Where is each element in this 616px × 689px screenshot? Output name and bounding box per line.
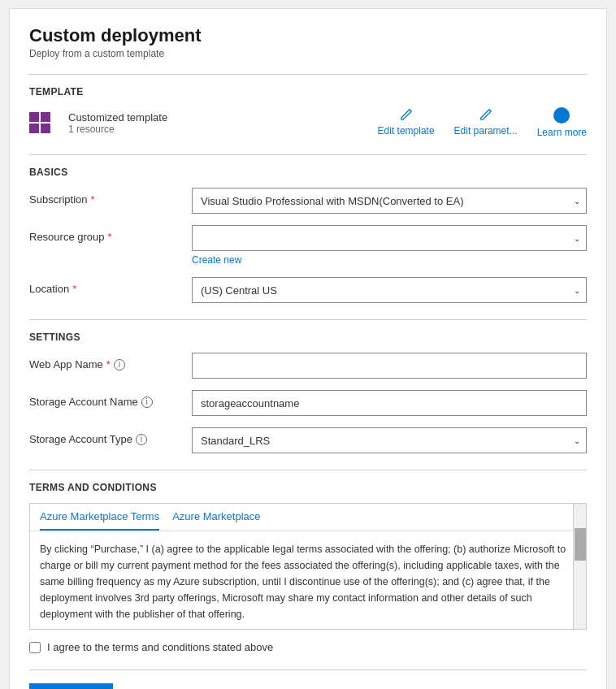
edit-params-label: Edit paramet...	[454, 125, 518, 136]
location-required-star: *	[72, 283, 76, 295]
edit-params-button[interactable]: Edit paramet...	[454, 107, 518, 138]
pencil-icon	[399, 107, 414, 122]
storage-account-name-field	[192, 390, 587, 416]
footer-divider	[29, 670, 587, 670]
edit-template-label: Edit template	[378, 125, 435, 136]
storage-account-type-select-wrapper: Standard_LRS ⌄	[192, 427, 587, 453]
template-divider	[29, 74, 587, 75]
storage-account-name-row: Storage Account Name i	[29, 390, 587, 416]
learn-more-button[interactable]: i Learn more	[537, 107, 587, 138]
location-select-wrapper: (US) Central US ⌄	[192, 277, 587, 303]
resource-group-select[interactable]	[192, 225, 587, 251]
terms-section-label: TERMS AND CONDITIONS	[29, 482, 587, 493]
template-icon-grid	[29, 112, 50, 133]
location-field: (US) Central US ⌄	[192, 277, 587, 303]
resource-group-select-wrapper: ⌄	[192, 225, 587, 251]
template-actions: Edit template Edit paramet... i Learn mo…	[378, 107, 587, 138]
icon-cell-1	[29, 112, 39, 122]
template-section-label: TEMPLATE	[29, 86, 587, 98]
storage-account-name-input[interactable]	[192, 390, 587, 416]
agree-checkbox-label: I agree to the terms and conditions stat…	[47, 641, 273, 653]
main-panel: Custom deployment Deploy from a custom t…	[9, 8, 607, 689]
learn-more-label: Learn more	[537, 127, 587, 138]
location-row: Location * (US) Central US ⌄	[29, 277, 587, 303]
location-label: Location *	[29, 277, 192, 295]
basics-section: BASICS Subscription * Visual Studio Prof…	[29, 167, 587, 303]
web-app-info-icon[interactable]: i	[114, 359, 125, 370]
storage-account-type-row: Storage Account Type i Standard_LRS ⌄	[29, 427, 587, 453]
web-app-name-label: Web App Name * i	[29, 353, 192, 370]
web-app-required-star: *	[106, 358, 111, 370]
storage-account-type-select[interactable]: Standard_LRS	[192, 427, 587, 453]
agree-checkbox[interactable]	[29, 642, 41, 653]
subscription-field: Visual Studio Professional with MSDN(Con…	[192, 188, 587, 214]
resource-group-label: Resource group *	[29, 225, 192, 243]
purchase-button[interactable]: Purchase	[29, 683, 113, 689]
web-app-name-input[interactable]	[192, 353, 587, 379]
terms-section: TERMS AND CONDITIONS Azure Marketplace T…	[29, 482, 587, 653]
edit-params-pencil-icon	[479, 107, 493, 122]
edit-template-button[interactable]: Edit template	[378, 107, 435, 138]
template-row: Customized template 1 resource Edit temp…	[29, 107, 587, 138]
scrollbar-thumb	[575, 528, 586, 561]
resource-group-required-star: *	[108, 231, 112, 243]
settings-divider	[29, 319, 587, 320]
basics-divider	[29, 154, 587, 155]
page-subtitle: Deploy from a custom template	[29, 48, 587, 59]
storage-account-type-info-icon[interactable]: i	[136, 434, 147, 445]
web-app-name-field	[192, 353, 587, 379]
template-resources: 1 resource	[68, 124, 365, 135]
storage-account-name-label: Storage Account Name i	[29, 390, 192, 408]
terms-divider	[29, 470, 587, 470]
template-name: Customized template	[68, 111, 365, 124]
terms-tab-marketplace[interactable]: Azure Marketplace	[172, 510, 260, 531]
resource-group-field: ⌄ Create new	[192, 225, 587, 266]
create-new-link[interactable]: Create new	[192, 254, 587, 266]
terms-text: By clicking “Purchase,” I (a) agree to t…	[40, 544, 566, 620]
storage-account-name-info-icon[interactable]: i	[141, 396, 153, 408]
subscription-row: Subscription * Visual Studio Professiona…	[29, 188, 587, 214]
icon-cell-2	[41, 112, 50, 122]
location-select[interactable]: (US) Central US	[192, 277, 587, 303]
subscription-select[interactable]: Visual Studio Professional with MSDN(Con…	[192, 188, 587, 214]
template-info: Customized template 1 resource	[68, 111, 365, 135]
page-title: Custom deployment	[29, 25, 587, 46]
storage-account-type-label: Storage Account Type i	[29, 427, 192, 445]
settings-section: SETTINGS Web App Name * i Storage Accoun…	[29, 332, 587, 453]
terms-content: By clicking “Purchase,” I (a) agree to t…	[30, 531, 586, 629]
terms-tabs: Azure Marketplace Terms Azure Marketplac…	[30, 504, 586, 531]
settings-section-label: SETTINGS	[29, 332, 587, 343]
agree-checkbox-row: I agree to the terms and conditions stat…	[29, 641, 587, 653]
web-app-name-row: Web App Name * i	[29, 353, 587, 379]
subscription-select-wrapper: Visual Studio Professional with MSDN(Con…	[192, 188, 587, 214]
subscription-required-star: *	[91, 193, 95, 206]
subscription-label: Subscription *	[29, 188, 192, 206]
icon-cell-4	[41, 124, 50, 133]
basics-section-label: BASICS	[29, 167, 587, 178]
template-section: TEMPLATE Customized template 1 resource …	[29, 86, 587, 138]
terms-tab-marketplace-terms[interactable]: Azure Marketplace Terms	[40, 510, 159, 531]
info-circle-icon: i	[553, 107, 570, 124]
resource-group-row: Resource group * ⌄ Create new	[29, 225, 587, 266]
terms-box: Azure Marketplace Terms Azure Marketplac…	[29, 503, 587, 630]
terms-scrollbar[interactable]	[573, 504, 586, 629]
storage-account-type-field: Standard_LRS ⌄	[192, 427, 587, 453]
icon-cell-3	[29, 124, 39, 133]
